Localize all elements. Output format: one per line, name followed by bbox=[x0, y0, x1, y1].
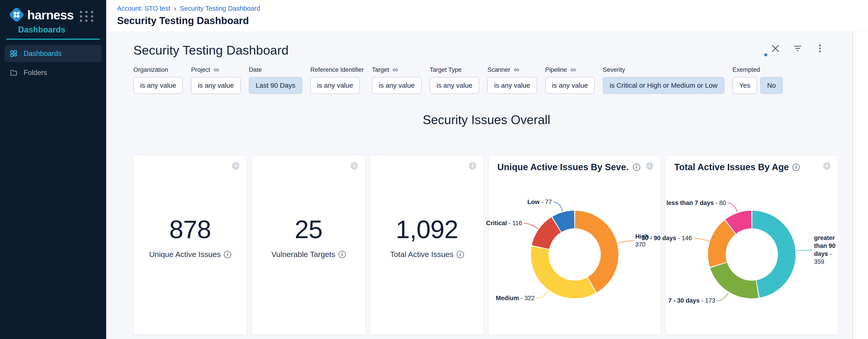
app-switcher-icon[interactable] bbox=[80, 11, 94, 22]
donut-slice-medium[interactable] bbox=[540, 248, 591, 289]
kpi-card-unique-active-issues: 878 Unique Active Issues i bbox=[133, 156, 247, 335]
sidebar-item-dashboards[interactable]: Dashboards bbox=[4, 45, 102, 62]
cards-row: 878 Unique Active Issues i bbox=[133, 156, 840, 335]
kpi-value: 25 bbox=[271, 215, 346, 244]
globe-icon[interactable] bbox=[231, 162, 240, 170]
page-title: Security Testing Dashboard bbox=[117, 15, 868, 26]
dashboard-icon bbox=[9, 50, 18, 58]
breadcrumb-page-link[interactable]: Security Testing Dashboard bbox=[180, 5, 260, 12]
kpi-label: Vulnerable Targets bbox=[271, 250, 335, 259]
sidebar-item-folders[interactable]: Folders bbox=[4, 64, 102, 81]
filter-chip[interactable]: is any value bbox=[133, 77, 183, 94]
chart-card-issues-by-age: Total Active Issues By Age i greater tha… bbox=[665, 156, 838, 335]
brand-wordmark: harness bbox=[27, 7, 73, 22]
filter-exempted: ExemptedYesNo bbox=[733, 66, 783, 94]
donut-slice-low[interactable] bbox=[557, 220, 575, 224]
breadcrumb-account-link[interactable]: Account: STO test bbox=[117, 5, 170, 12]
kpi-label: Total Active Issues bbox=[390, 250, 454, 259]
filter-severity: Severityis Critical or High or Medium or… bbox=[603, 66, 724, 94]
topbar: Account: STO test › Security Testing Das… bbox=[106, 0, 868, 32]
donut-label: less than 7 days - 80 bbox=[666, 199, 726, 207]
harness-logo-icon bbox=[7, 5, 26, 25]
donut-chart-svg bbox=[665, 172, 838, 335]
filter-target-type: Target Typeis any value bbox=[430, 66, 479, 94]
info-icon[interactable]: i bbox=[224, 251, 231, 258]
donut-slice-less-than-7-days[interactable] bbox=[731, 220, 751, 227]
filter-label: Reference Identifier bbox=[310, 66, 364, 74]
filter-target: Targetis any value bbox=[372, 66, 422, 94]
filter-chip[interactable]: Yes bbox=[733, 77, 757, 94]
link-icon bbox=[514, 67, 520, 73]
close-button[interactable] bbox=[770, 43, 781, 54]
leader-line bbox=[524, 223, 538, 229]
dashboard-panel: Security Testing Dashboard Organizationi… bbox=[106, 32, 853, 339]
sidebar: harness Dashboards Dashboards bbox=[0, 0, 106, 339]
sidebar-nav: Dashboards Folders bbox=[0, 45, 106, 81]
folder-icon bbox=[9, 68, 18, 77]
filter-chip[interactable]: is any value bbox=[372, 77, 422, 94]
donut-slice-greater-than-90-days[interactable] bbox=[752, 220, 787, 289]
more-options-button[interactable] bbox=[815, 43, 825, 54]
globe-icon[interactable] bbox=[350, 162, 359, 170]
filter-chip[interactable]: is any value bbox=[545, 77, 595, 94]
main: Account: STO test › Security Testing Das… bbox=[106, 0, 868, 339]
chart-title: Total Active Issues By Age bbox=[674, 162, 789, 172]
donut-label: 7 - 30 days - 173 bbox=[669, 297, 715, 305]
globe-icon[interactable] bbox=[468, 162, 477, 170]
scrollbar-track[interactable] bbox=[853, 32, 868, 339]
filter-label: Scanner bbox=[487, 66, 537, 74]
info-icon[interactable]: i bbox=[633, 164, 640, 171]
app: harness Dashboards Dashboards bbox=[0, 0, 868, 339]
leader-line bbox=[618, 241, 633, 243]
filter-chip[interactable]: is Critical or High or Medium or Low bbox=[603, 77, 724, 94]
cursor-dot bbox=[764, 53, 767, 56]
info-icon[interactable]: i bbox=[793, 164, 800, 171]
leader-line bbox=[554, 202, 562, 211]
sidebar-item-label: Dashboards bbox=[24, 50, 61, 58]
module-name: Dashboards bbox=[18, 25, 106, 34]
donut-label: greater than 90 days - 359 bbox=[814, 234, 838, 266]
filter-chip[interactable]: is any value bbox=[310, 77, 360, 94]
donut-chart-severity[interactable]: High - 370Medium - 322Critical - 116Low … bbox=[489, 172, 661, 335]
donut-chart-age[interactable]: greater than 90 days - 3597 - 30 days - … bbox=[665, 172, 838, 335]
kpi-card-total-active-issues: 1,092 Total Active Issues i bbox=[370, 156, 484, 335]
filter-button[interactable] bbox=[793, 43, 803, 54]
info-icon[interactable]: i bbox=[457, 251, 464, 258]
donut-slice-7-30-days[interactable] bbox=[719, 265, 757, 289]
globe-icon[interactable] bbox=[645, 162, 654, 170]
leader-line bbox=[728, 203, 737, 212]
filter-icon bbox=[793, 43, 803, 54]
filter-chip[interactable]: is any value bbox=[487, 77, 537, 94]
breadcrumb: Account: STO test › Security Testing Das… bbox=[117, 4, 868, 12]
filter-scanner: Scanneris any value bbox=[487, 66, 537, 94]
sidebar-header: harness Dashboards bbox=[0, 0, 106, 34]
filter-pipeline: Pipelineis any value bbox=[545, 66, 595, 94]
leader-line bbox=[536, 291, 549, 298]
module-underline bbox=[6, 39, 100, 40]
close-icon bbox=[770, 43, 781, 54]
donut-label: Low - 77 bbox=[527, 198, 552, 206]
filter-label: Organization bbox=[133, 66, 183, 74]
kpi-value: 878 bbox=[149, 215, 231, 244]
filter-chip[interactable]: Last 90 Days bbox=[249, 77, 302, 94]
filter-chip[interactable]: is any value bbox=[430, 77, 479, 94]
filter-date: DateLast 90 Days bbox=[249, 66, 302, 94]
donut-slice-30-90-days[interactable] bbox=[717, 227, 730, 264]
kpi-card-vulnerable-targets: 25 Vulnerable Targets i bbox=[252, 156, 365, 335]
link-icon bbox=[213, 67, 219, 73]
dashboard-actions bbox=[770, 43, 825, 54]
filter-label: Pipeline bbox=[545, 66, 595, 74]
filter-label: Target Type bbox=[430, 66, 479, 74]
filter-reference-identifier: Reference Identifieris any value bbox=[310, 66, 364, 94]
globe-icon[interactable] bbox=[823, 162, 831, 170]
filter-project: Projectis any value bbox=[191, 66, 241, 94]
donut-slice-high[interactable] bbox=[575, 220, 610, 285]
filter-label: Date bbox=[249, 66, 302, 74]
filter-chip[interactable]: is any value bbox=[191, 77, 241, 94]
info-icon[interactable]: i bbox=[339, 251, 346, 258]
filter-organization: Organizationis any value bbox=[133, 66, 183, 94]
donut-label: 30 - 90 days - 146 bbox=[642, 234, 692, 242]
chart-title: Unique Active Issues By Seve... bbox=[497, 162, 629, 172]
donut-slice-critical[interactable] bbox=[540, 225, 556, 247]
filter-chip[interactable]: No bbox=[760, 77, 782, 94]
